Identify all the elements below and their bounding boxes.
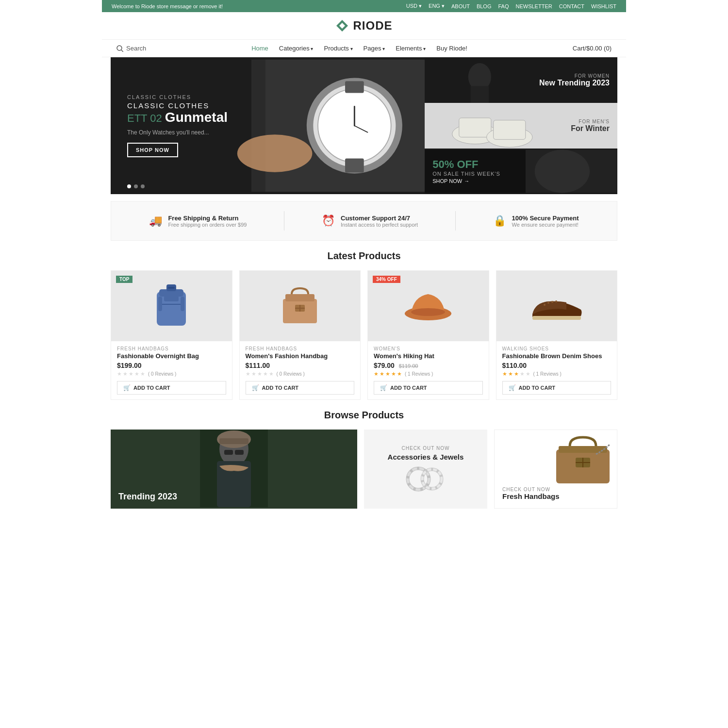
cart-label-4: ADD TO CART (519, 385, 556, 391)
hero-side-men-text: FOR MEN'S For Winter (571, 119, 610, 133)
product-price-4: $110.00 (502, 362, 612, 369)
feature-support-text: Customer Support 24/7 Instant access to … (341, 215, 418, 228)
browse-card-accessories[interactable]: CHECK OUT NOW Accessories & Jewels (364, 430, 487, 509)
search-trigger[interactable]: Search (116, 45, 146, 52)
hero-main-panel: CLASSIC CLOTHES CLASSIC CLOTHES ETT 02 G… (111, 57, 425, 194)
nav-bar: Search Home Categories Products Pages El… (102, 40, 626, 57)
hero-dot-3[interactable] (141, 184, 145, 188)
top-bar-right: USD ▾ ENG ▾ ABOUT BLOG FAQ NEWSLETTER CO… (406, 3, 616, 9)
product-reviews-1: ( 0 Reviews ) (148, 371, 176, 377)
star-3-1: ★ (374, 371, 379, 377)
add-to-cart-1[interactable]: 🛒 ADD TO CART (117, 381, 226, 395)
hero-content: CLASSIC CLOTHES CLASSIC CLOTHES ETT 02 G… (111, 94, 244, 157)
hero-side-women: FOR WOMEN New Trending 2023 (425, 57, 617, 103)
svg-rect-21 (494, 120, 526, 140)
product-name-3: Women's Hiking Hat (374, 352, 483, 360)
nav-about[interactable]: ABOUT (451, 3, 470, 9)
hero-sale-shop[interactable]: SHOP NOW → (432, 178, 469, 184)
nav-newsletter[interactable]: NEWSLETTER (516, 3, 552, 9)
product-info-4: WALKING SHOES Fashionable Brown Denim Sh… (496, 341, 617, 399)
nav-blog[interactable]: BLOG (477, 3, 492, 9)
svg-rect-19 (459, 118, 491, 137)
arrow-icon: → (464, 178, 469, 184)
hero-title-ett: ETT 02 (127, 112, 165, 124)
add-to-cart-3[interactable]: 🛒 ADD TO CART (374, 381, 483, 395)
hat-icon (404, 287, 452, 326)
product-cat-1: FRESH HANDBAGS (117, 346, 226, 351)
hero-sale-desc: ON SALE THIS WEEK'S (432, 171, 500, 177)
hero-side-women-title: New Trending 2023 (539, 79, 610, 87)
product-stars-3: ★ ★ ★ ★ ★ ( 1 Reviews ) (374, 371, 483, 377)
star-1: ★ (117, 371, 122, 377)
nav-products[interactable]: Products (324, 45, 353, 52)
handbag-icon (278, 284, 322, 328)
svg-rect-30 (158, 297, 162, 311)
nav-home[interactable]: Home (251, 45, 268, 52)
svg-point-2 (117, 46, 122, 50)
backpack-icon (149, 282, 193, 331)
nav-pages[interactable]: Pages (364, 45, 385, 52)
hero-side-men-label: FOR MEN'S (571, 119, 610, 124)
svg-point-40 (411, 308, 445, 316)
star-5: ★ (140, 371, 145, 377)
svg-rect-32 (168, 287, 175, 289)
product-badge-3: 34% OFF (373, 276, 400, 283)
browse-trending-title: Trending 2023 (118, 492, 177, 502)
nav-contact[interactable]: CONTACT (559, 3, 584, 9)
product-price-2: $111.00 (246, 362, 355, 369)
product-card-2: FRESH HANDBAGS Women's Fashion Handbag $… (239, 270, 361, 400)
product-badge-1: TOP (116, 276, 132, 283)
feature-payment-title: 100% Secure Payment (512, 215, 579, 222)
browse-card-handbags[interactable]: CHECK OUT NOW Fresh Handbags (494, 430, 617, 509)
product-cat-3: WOMEN'S (374, 346, 483, 351)
feature-shipping: 🚚 Free Shipping & Return Free shipping o… (149, 215, 247, 228)
product-info-3: WOMEN'S Women's Hiking Hat $79.00 $119.0… (368, 341, 489, 399)
product-img-1: TOP (111, 271, 232, 341)
star-3-3: ★ (385, 371, 390, 377)
product-stars-1: ★ ★ ★ ★ ★ ( 0 Reviews ) (117, 371, 226, 377)
support-icon: ⏰ (322, 215, 335, 227)
hero-title-gunmetal: Gunmetal (165, 110, 228, 125)
product-card-4: WALKING SHOES Fashionable Brown Denim Sh… (496, 270, 618, 400)
nav-buy-riode[interactable]: Buy Riode! (436, 45, 467, 52)
cart-button[interactable]: Cart/$0.00 (0) (573, 45, 612, 52)
product-name-1: Fashionable Overnight Bag (117, 352, 226, 360)
hero-title-line1: CLASSIC CLOTHES (127, 102, 228, 110)
currency-dropdown[interactable]: USD ▾ (406, 3, 422, 9)
features-section: 🚚 Free Shipping & Return Free shipping o… (111, 201, 617, 241)
hero-dot-1[interactable] (127, 184, 131, 188)
cart-icon-1: 🛒 (123, 384, 131, 391)
product-card-3: 34% OFF WOMEN'S Women's Hiking Hat $79.0… (367, 270, 489, 400)
language-dropdown[interactable]: ENG ▾ (429, 3, 445, 9)
products-grid: TOP FRESH HANDBAGS Fashionable Overnight… (111, 270, 617, 400)
add-to-cart-4[interactable]: 🛒 ADD TO CART (502, 381, 612, 395)
add-to-cart-2[interactable]: 🛒 ADD TO CART (246, 381, 355, 395)
nav-faq[interactable]: FAQ (498, 3, 509, 9)
feature-divider-1 (284, 211, 284, 231)
cart-icon-3: 🛒 (380, 384, 387, 391)
top-bar: Welcome to Riode store message or remove… (102, 0, 626, 12)
handbags-label: CHECK OUT NOW (502, 487, 560, 492)
nav-elements[interactable]: Elements (396, 45, 426, 52)
hero-dot-2[interactable] (134, 184, 138, 188)
star-2-3: ★ (257, 371, 262, 377)
star-2-4: ★ (263, 371, 268, 377)
nav-categories[interactable]: Categories (279, 45, 314, 52)
feature-payment-text: 100% Secure Payment We ensure secure pay… (512, 215, 579, 228)
feature-support-desc: Instant access to perfect support (341, 222, 418, 228)
star-3-4: ★ (391, 371, 396, 377)
hero-side-men: FOR MEN'S For Winter (425, 103, 617, 149)
shop-now-button[interactable]: SHOP NOW (127, 143, 178, 157)
product-cat-4: WALKING SHOES (502, 346, 612, 351)
star-4-4: ★ (520, 371, 525, 377)
logo[interactable]: RIODE (335, 19, 392, 33)
browse-card-trending[interactable]: Trending 2023 (111, 430, 357, 509)
star-2-5: ★ (269, 371, 274, 377)
search-label: Search (126, 45, 146, 52)
cart-label-1: ADD TO CART (133, 385, 170, 391)
svg-rect-29 (164, 292, 179, 301)
hero-sale-off: 50% OFF (432, 158, 500, 171)
svg-rect-28 (162, 304, 181, 305)
nav-wishlist[interactable]: WISHLIST (591, 3, 616, 9)
star-4-2: ★ (508, 371, 513, 377)
